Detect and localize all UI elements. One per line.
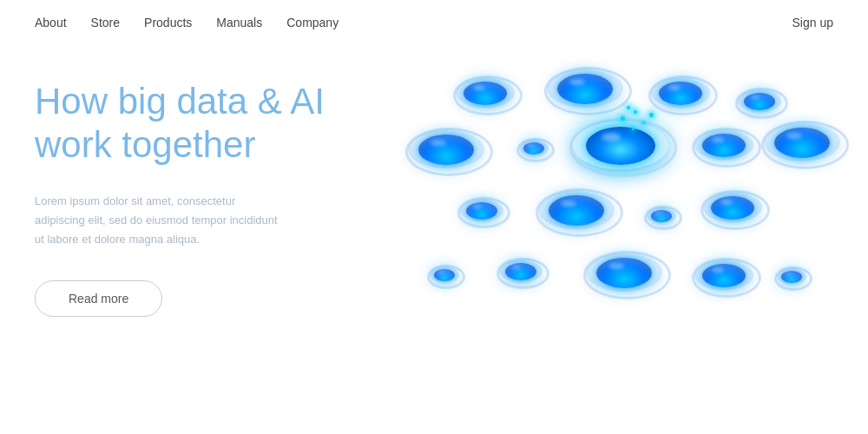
nav-link-products[interactable]: Products bbox=[144, 16, 192, 30]
hero-visualization bbox=[365, 62, 833, 429]
nav-link-manuals[interactable]: Manuals bbox=[216, 16, 262, 30]
pod-inner-12 bbox=[711, 196, 754, 220]
pod-7 bbox=[694, 130, 753, 160]
pod-12 bbox=[703, 193, 762, 222]
particle-4 bbox=[649, 113, 654, 117]
pod-inner-3 bbox=[659, 82, 702, 105]
hero-content: How big data & AI work together Lorem ip… bbox=[35, 62, 365, 317]
particle-3 bbox=[642, 122, 645, 124]
navbar: About Store Products Manuals Company Sig… bbox=[0, 0, 868, 45]
pod-17 bbox=[777, 269, 806, 284]
hero-section: How big data & AI work together Lorem ip… bbox=[0, 45, 868, 429]
pod-8 bbox=[764, 123, 840, 161]
signup-link[interactable]: Sign up bbox=[792, 16, 833, 30]
pod-inner-7 bbox=[702, 134, 746, 157]
pod-3 bbox=[651, 78, 710, 108]
pod-14 bbox=[499, 260, 542, 282]
pod-1 bbox=[456, 78, 515, 108]
particle-2 bbox=[634, 110, 637, 114]
pod-inner-15 bbox=[596, 258, 652, 288]
pod-2 bbox=[547, 69, 623, 108]
particle-1 bbox=[621, 116, 625, 121]
pod-inner-5 bbox=[418, 135, 474, 165]
pod-16 bbox=[694, 260, 753, 290]
pod-inner-9 bbox=[466, 202, 497, 220]
nav-link-store[interactable]: Store bbox=[91, 16, 120, 30]
pod-9 bbox=[460, 200, 503, 221]
read-more-button[interactable]: Read more bbox=[35, 280, 162, 317]
pod-inner-16 bbox=[702, 264, 746, 287]
pod-inner-1 bbox=[464, 82, 507, 105]
particle-5 bbox=[632, 128, 635, 130]
pod-inner-2 bbox=[557, 74, 613, 104]
pod-10 bbox=[538, 191, 615, 229]
pod-center-inner bbox=[586, 127, 655, 165]
pod-inner-17 bbox=[781, 271, 802, 283]
pod-inner-4 bbox=[744, 93, 775, 110]
hero-title: How big data & AI work together bbox=[35, 80, 365, 168]
pod-11 bbox=[647, 208, 676, 223]
pod-inner-11 bbox=[651, 210, 672, 222]
pod-5 bbox=[408, 130, 484, 168]
pod-inner-14 bbox=[505, 263, 536, 280]
pod-15 bbox=[586, 253, 662, 292]
pod-inner-8 bbox=[774, 128, 830, 158]
nav-link-about[interactable]: About bbox=[35, 16, 67, 30]
hero-body-text: Lorem ipsum dolor sit amet, consectetur … bbox=[35, 192, 278, 249]
pod-4 bbox=[738, 90, 781, 112]
pod-6 bbox=[519, 141, 549, 155]
pod-inner-13 bbox=[434, 269, 455, 281]
pod-inner-6 bbox=[523, 142, 544, 155]
particle-6 bbox=[627, 106, 630, 109]
pod-center bbox=[573, 122, 668, 169]
nav-links: About Store Products Manuals Company bbox=[35, 16, 339, 30]
nav-link-company[interactable]: Company bbox=[286, 16, 339, 30]
pod-inner-10 bbox=[549, 195, 604, 226]
pod-13 bbox=[430, 267, 459, 282]
